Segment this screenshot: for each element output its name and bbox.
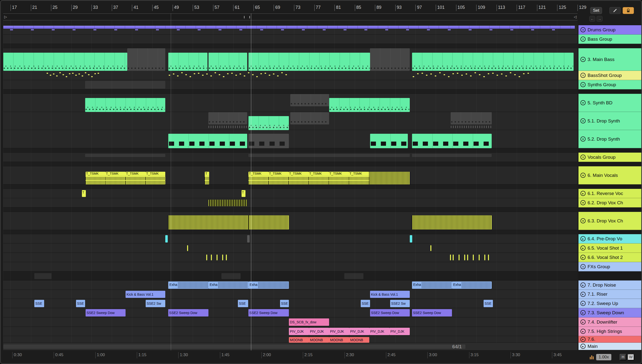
clip-high-strings[interactable]: PIV_DJK — [349, 328, 369, 335]
track-header-drums-group[interactable]: ≡Drums Group — [578, 25, 641, 34]
clip-drop-noise[interactable]: Exha — [208, 282, 248, 289]
time-ruler[interactable]: 0:300:451:001:151:301:452:002:152:302:45… — [3, 350, 577, 359]
clip-high-strings[interactable]: PIV_DJK — [289, 328, 309, 335]
arrangement-end-marker-icon[interactable]: ◁ — [574, 15, 576, 19]
track-header-fxs-group[interactable]: ≡FXs Group — [578, 262, 641, 272]
clip-main-vocals[interactable]: T_TSMK — [268, 172, 289, 184]
clip-main-vocals[interactable]: T — [205, 172, 209, 184]
clip-vocal-shot-2[interactable] — [488, 254, 489, 260]
clip-main-bass[interactable] — [412, 53, 574, 71]
clip-vocal-shot-1[interactable] — [430, 245, 431, 251]
clip-vocal-shot-2[interactable] — [216, 254, 217, 260]
clip-vocals-group[interactable] — [248, 154, 410, 157]
fold-icon[interactable]: ▾ — [580, 173, 586, 178]
lane-fxs-group[interactable] — [3, 262, 577, 272]
clip-pre-drop-voc[interactable] — [247, 235, 250, 242]
clip-synth-bd[interactable] — [85, 98, 165, 112]
clip-vocal-shot-1[interactable] — [187, 245, 188, 251]
clip-partial-track[interactable]: MOONB — [329, 337, 349, 343]
clip-main-vocals[interactable]: T_TSMK — [309, 172, 329, 184]
track-header-6-6-vocal-shot-2[interactable]: ▸6.6. Vocal Shot 2 — [578, 253, 641, 262]
track-header-vocals-group[interactable]: ≡Vocals Group — [578, 152, 641, 162]
play-icon[interactable]: ▸ — [580, 329, 586, 334]
clip-main-vocals[interactable] — [369, 172, 410, 184]
group-icon[interactable]: ≡ — [580, 264, 586, 269]
group-icon[interactable]: ≡ — [580, 82, 586, 87]
lane-drop-vox-1[interactable] — [3, 198, 577, 208]
clip-vocal-shot-2[interactable] — [206, 254, 207, 260]
clip-main-vocals[interactable]: T_TSMK — [329, 172, 349, 184]
track-header-7-5-high-strings[interactable]: ▸7.5. High Strings — [578, 327, 641, 336]
clip-drop-vox-1[interactable] — [208, 200, 247, 206]
clip-sweep-up[interactable]: SSE2 Sw — [390, 300, 410, 307]
clip-vocal-shot-2[interactable] — [222, 254, 223, 260]
lane-gap-4[interactable] — [3, 162, 577, 166]
track-header-7-2-sweep-up[interactable]: ▸7.2. Sweep Up — [578, 299, 641, 308]
clip-synth-bd[interactable] — [290, 94, 329, 106]
clip-main-bass[interactable] — [3, 53, 127, 71]
lane-bass-group[interactable] — [3, 34, 577, 44]
clip-drop-synth-2[interactable] — [370, 134, 408, 148]
clip-pre-drop-voc[interactable] — [410, 235, 412, 242]
clip-vocal-shot-2[interactable] — [459, 254, 460, 260]
clip-vocal-shot-2[interactable] — [467, 254, 468, 260]
clip-drums-group[interactable] — [3, 26, 575, 29]
track-header-3-main-bass[interactable]: ▾3. Main Bass — [578, 48, 641, 71]
track-header-7-3-sweep-down[interactable]: ▸7.3. Sweep Down — [578, 308, 641, 318]
width-zoom-button[interactable]: W — [627, 354, 634, 360]
zoom-level-badge[interactable]: 1.00x — [596, 354, 611, 360]
track-header-7-4-downlifter[interactable]: ▸7.4. Downlifter — [578, 318, 641, 327]
group-icon[interactable]: ≡ — [580, 36, 586, 42]
clip-vocal-shot-2[interactable] — [211, 254, 212, 260]
fold-icon[interactable]: ▾ — [580, 100, 586, 105]
clip-high-strings[interactable]: PIV_DJK — [309, 328, 329, 335]
clip-riser[interactable]: Kick & Bass Vol.1 — [370, 291, 410, 298]
clip-vocals-group[interactable] — [412, 154, 492, 157]
fold-icon[interactable]: ▾ — [580, 218, 586, 224]
clip-main-vocals[interactable]: T_TSMK — [105, 172, 126, 184]
lane-riser[interactable] — [3, 290, 577, 299]
clip-vocal-shot-2[interactable] — [226, 254, 227, 260]
clip-partial-track[interactable]: MOONB — [309, 337, 329, 343]
track-header-6-3-drop-vox-ch[interactable]: ▾6.3. Drop Vox Ch — [578, 212, 641, 230]
clip-sweep-up[interactable]: SSE — [238, 300, 248, 307]
group-icon[interactable]: ≡ — [580, 27, 586, 32]
track-header-main[interactable]: ▸ Main — [578, 343, 641, 350]
clip-synths-group[interactable] — [85, 81, 165, 89]
lane-vocal-shot-2[interactable] — [3, 253, 577, 262]
clip-downlifter[interactable]: DS_SCB_fx_dow — [289, 318, 329, 326]
play-icon[interactable]: ▸ — [580, 320, 586, 324]
group-icon[interactable]: ≡ — [580, 154, 586, 160]
track-header-6-4-pre-drop-vo[interactable]: ▸6.4. Pre-Drop Vo — [578, 234, 641, 244]
clip-sweep-down[interactable]: SSE2 Sweep Dow — [86, 309, 126, 316]
clip-drop-vox-2[interactable] — [412, 215, 492, 230]
play-icon[interactable]: ▸ — [580, 236, 586, 241]
clip-high-strings[interactable]: PIV_DJK — [329, 328, 349, 335]
clip-high-strings[interactable]: PIV_DJK — [389, 328, 410, 335]
arrangement-overview-strip[interactable]: ▷ ◁ — [3, 14, 577, 20]
group-icon[interactable]: ≡ — [580, 73, 586, 78]
clip-main-vocals[interactable]: T_TSMK — [248, 172, 268, 184]
track-header-5-synth-bd[interactable]: ▾5. Synth BD — [578, 94, 641, 112]
lane-gap-3[interactable] — [3, 148, 577, 152]
clip-pre-drop-voc[interactable] — [165, 235, 168, 242]
clip-main-vocals[interactable]: T_TSMK — [86, 172, 105, 184]
clip-vocal-shot-2[interactable] — [473, 254, 474, 260]
clip-gap-8[interactable] — [34, 273, 52, 279]
clip-reverse-voc[interactable]: T — [241, 190, 245, 197]
play-icon[interactable]: ▸ — [580, 310, 586, 315]
play-icon[interactable]: ▸ — [580, 292, 586, 297]
clip-drop-noise[interactable]: Exha — [452, 282, 492, 289]
clip-sweep-down[interactable]: SSE2 Sweep Dow — [370, 309, 410, 316]
track-header-bassshot-group[interactable]: ≡BassShot Group — [578, 71, 641, 80]
clip-main-bass[interactable] — [370, 48, 410, 71]
clip-main-vocals[interactable]: T_TSMK — [126, 172, 146, 184]
clip-riser[interactable]: Kick & Bass Vol.1 — [126, 291, 165, 298]
clip-drop-synth-2[interactable] — [248, 134, 289, 148]
clip-drop-noise[interactable]: Exha — [248, 282, 289, 289]
main-track-lane[interactable]: 64/1 — [3, 343, 577, 350]
play-icon[interactable]: ▸ — [580, 337, 586, 342]
play-start-marker-icon[interactable]: ▷ — [4, 15, 7, 19]
lane-pre-drop-voc[interactable] — [3, 234, 577, 244]
lane-gap-1[interactable] — [3, 44, 577, 48]
